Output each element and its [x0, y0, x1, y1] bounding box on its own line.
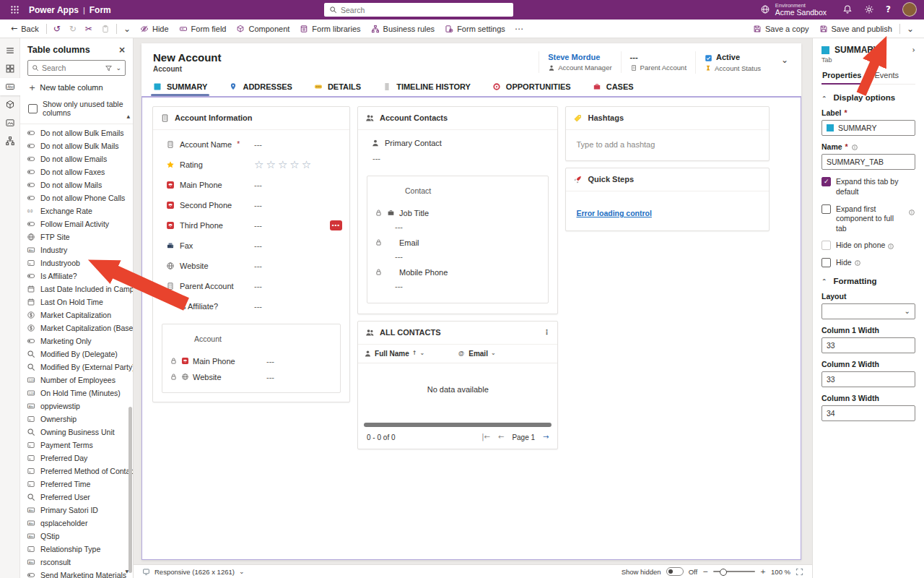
form-field-row[interactable]: Rating — [153, 155, 349, 175]
info-icon[interactable] — [851, 142, 858, 151]
next-page-button[interactable] — [543, 434, 549, 441]
table-column-item[interactable]: Payment Terms — [20, 439, 133, 452]
help-icon[interactable] — [886, 5, 891, 14]
info-icon[interactable] — [854, 258, 861, 267]
command-button[interactable]: Business rules — [366, 25, 440, 33]
collapse-panel-chevron[interactable] — [908, 46, 916, 53]
primary-contact-field[interactable]: Primary Contact --- — [358, 130, 557, 168]
zoom-slider[interactable] — [713, 571, 755, 572]
filter-funnel-icon[interactable] — [105, 64, 113, 72]
name-field-input[interactable] — [821, 154, 915, 170]
table-column-item[interactable]: Relationship Type — [20, 543, 133, 556]
column-width-input[interactable] — [827, 341, 910, 350]
rail-table-columns-button[interactable] — [0, 78, 20, 95]
command-button[interactable]: Form libraries — [295, 25, 365, 33]
rating-stars[interactable] — [254, 158, 313, 171]
table-column-item[interactable]: Modified By (Delegate) — [20, 348, 133, 361]
form-tab[interactable]: TIMELINE HISTORY — [383, 82, 471, 96]
paste-button[interactable] — [97, 25, 114, 33]
form-field-row[interactable]: Third Phone --- ••• — [153, 215, 349, 236]
layout-select[interactable] — [821, 303, 915, 319]
rail-form-layout-button[interactable] — [0, 60, 20, 77]
more-commands-button[interactable] — [510, 25, 528, 33]
columns-search-box[interactable] — [27, 60, 126, 76]
label-field-input[interactable] — [821, 120, 915, 136]
error-loading-control-link[interactable]: Error loading control — [576, 209, 651, 217]
table-column-item[interactable]: qsplaceholder — [20, 517, 133, 530]
user-avatar[interactable] — [902, 2, 917, 17]
table-column-item[interactable]: Follow Email Activity — [20, 217, 133, 230]
command-button[interactable]: Hide — [135, 25, 174, 33]
section-hashtags[interactable]: Hashtags Type to add a hashtag — [565, 106, 770, 161]
global-search[interactable] — [324, 3, 513, 17]
new-table-column-button[interactable]: New table column — [20, 76, 133, 94]
table-column-item[interactable]: Last On Hold Time — [20, 296, 133, 309]
column-width-field[interactable] — [821, 405, 915, 421]
section-account-contacts[interactable]: Account Contacts Primary Contact --- — [357, 106, 558, 314]
app-launcher-waffle-icon[interactable] — [7, 3, 22, 17]
command-button[interactable]: Form field — [174, 25, 232, 33]
column-chevron-icon[interactable] — [491, 350, 496, 356]
save-and-publish-button[interactable]: Save and publish — [814, 25, 897, 33]
table-column-item[interactable]: Preferred Time — [20, 478, 133, 491]
checkbox[interactable] — [821, 241, 831, 250]
info-icon[interactable] — [908, 207, 915, 217]
previous-page-button[interactable] — [498, 434, 504, 441]
form-header-field[interactable]: Steve Mordue Account Manager — [539, 51, 620, 73]
quick-view-field-row[interactable]: Main Phone --- — [162, 353, 340, 369]
form-tab[interactable]: SUMMARY — [153, 82, 207, 96]
table-column-item[interactable]: FTP Site — [20, 230, 133, 243]
save-split-chevron[interactable] — [902, 25, 918, 33]
rail-components-button[interactable] — [0, 96, 20, 113]
command-button[interactable]: Form settings — [440, 25, 510, 33]
table-column-item[interactable]: QStip — [20, 530, 133, 543]
table-column-item[interactable]: Exchange Rate — [20, 204, 133, 217]
grid-column-header[interactable]: Full Name — [364, 350, 458, 358]
filter-chevron-icon[interactable] — [116, 65, 121, 72]
name-input[interactable] — [827, 158, 910, 166]
table-column-item[interactable]: Preferred User — [20, 491, 133, 504]
zoom-in-button[interactable] — [760, 568, 766, 575]
table-column-item[interactable]: Last Date Included in Campaign — [20, 282, 133, 296]
list-scroll-up-icon[interactable] — [126, 114, 130, 118]
cut-button[interactable] — [81, 25, 97, 33]
list-scrollbar[interactable] — [128, 407, 132, 573]
columns-search-input[interactable] — [42, 64, 87, 72]
form-field-row[interactable]: Account Name * --- — [153, 134, 349, 155]
table-column-item[interactable]: Do not allow Emails — [20, 152, 133, 165]
panel-checkbox-row[interactable]: Expand this tab by default — [821, 177, 915, 197]
close-icon[interactable] — [118, 46, 126, 54]
table-column-item[interactable]: Marketing Only — [20, 335, 133, 348]
form-tab[interactable]: CASES — [593, 82, 634, 96]
panel-checkbox-row[interactable]: Expand first component to full tab — [821, 204, 915, 234]
quick-view-field-row[interactable]: Website --- — [162, 369, 340, 385]
section-account-information[interactable]: Account Information Account Name — [152, 106, 350, 402]
table-column-item[interactable]: Preferred Day — [20, 452, 133, 465]
table-column-item[interactable]: Ownership — [20, 413, 133, 426]
panel-tab[interactable]: Properties — [821, 69, 862, 84]
form-header-field[interactable]: Active Account Status — [695, 51, 770, 74]
form-field-row[interactable]: Parent Account --- — [153, 276, 349, 296]
global-search-input[interactable] — [341, 6, 508, 14]
grid-more-icon[interactable] — [543, 329, 550, 336]
first-page-button[interactable] — [481, 434, 490, 441]
fit-to-screen-icon[interactable] — [796, 568, 803, 576]
environment-picker[interactable]: Environment Acme Sandbox — [760, 2, 827, 17]
quick-view-account[interactable]: Account Main Phone — [162, 324, 341, 393]
form-field-row[interactable]: Website --- — [153, 256, 349, 276]
column-width-input[interactable] — [827, 375, 910, 384]
table-column-item[interactable]: Do not allow Faxes — [20, 165, 133, 178]
form-tab[interactable]: OPPORTUNITIES — [492, 82, 571, 96]
column-width-field[interactable] — [821, 337, 915, 353]
table-column-item[interactable]: Market Capitalization — [20, 309, 133, 322]
quick-view-field-row[interactable]: Email --- — [367, 236, 548, 266]
panel-tab[interactable]: Events — [873, 69, 899, 84]
command-button[interactable]: Component — [231, 25, 295, 33]
rail-form-libraries-button[interactable] — [0, 114, 20, 131]
info-icon[interactable] — [887, 241, 894, 249]
table-column-item[interactable]: Primary Satori ID — [20, 504, 133, 517]
table-column-item[interactable]: Industry — [20, 243, 133, 256]
table-column-item[interactable]: Do not allow Mails — [20, 178, 133, 191]
table-column-item[interactable]: Do not allow Bulk Mails — [20, 139, 133, 152]
redo-button[interactable] — [65, 25, 81, 33]
